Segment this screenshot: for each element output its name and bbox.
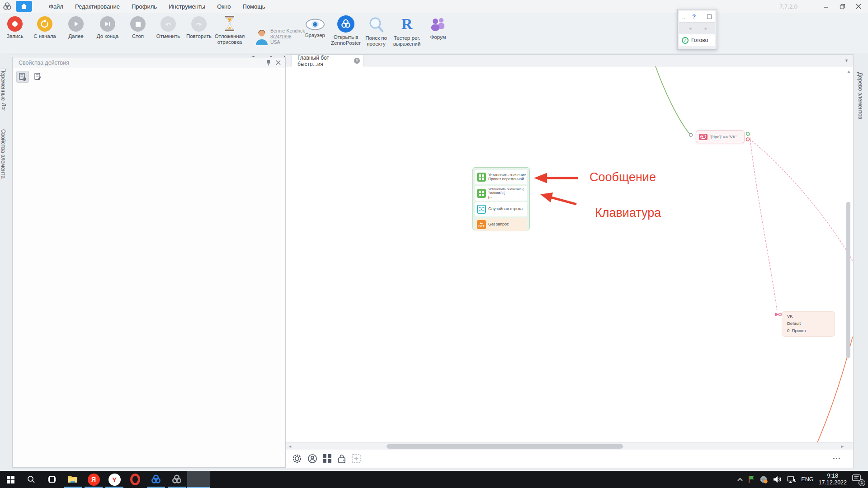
close-button[interactable]: [852, 1, 865, 12]
tab-main-bot[interactable]: Главный бот быстр...ия ✕: [292, 55, 364, 66]
yandex-browser-icon[interactable]: Y: [104, 471, 125, 488]
restore-button[interactable]: [835, 1, 849, 12]
chevron-down-icon[interactable]: ▼: [844, 58, 849, 63]
flag-icon[interactable]: [748, 475, 755, 483]
annotation-message: Сообщение: [590, 170, 656, 184]
panel-close-icon[interactable]: [276, 60, 281, 65]
fit-selection-icon[interactable]: [352, 454, 361, 463]
zennoposter-blue-icon[interactable]: [146, 471, 166, 488]
mini-panel-status-row: ✓ Готово: [679, 34, 715, 46]
left-dock-strip: Переменные Лог Свойства элемента: [0, 53, 12, 471]
right-dock-strip: Дерево элементов: [854, 53, 868, 471]
action-properties-panel: Свойства действия: [12, 57, 286, 468]
profile-avatar[interactable]: [253, 28, 270, 45]
windows-taskbar: Я Y ENG 9:18 17.12.2022 1: [0, 471, 868, 488]
menu-tools[interactable]: Инструменты: [163, 3, 211, 10]
branch-line: 0: Привет: [787, 328, 835, 333]
condition-node[interactable]: '{tipe}' == 'VK': [696, 131, 744, 143]
more-options-icon[interactable]: [833, 458, 840, 459]
projectmaker-gray-icon[interactable]: [166, 471, 187, 488]
hourglass-icon: [224, 15, 236, 32]
horizontal-scrollbar-track[interactable]: ◄ ►: [286, 442, 853, 450]
pin-icon[interactable]: [266, 60, 271, 66]
branch-line: Default: [787, 321, 835, 326]
forum-people-icon: [429, 16, 447, 33]
search-icon: [368, 16, 384, 33]
action-edit-doc-icon[interactable]: [32, 71, 44, 83]
yandex-icon[interactable]: Я: [83, 471, 104, 488]
menu-profile[interactable]: Профиль: [126, 3, 163, 10]
scroll-up-icon[interactable]: ▲: [847, 69, 851, 74]
start-button[interactable]: [0, 471, 21, 488]
undo-icon: [160, 16, 176, 32]
if-icon: [699, 134, 708, 140]
action-center-icon[interactable]: 1: [852, 474, 863, 485]
tray-chevron-icon[interactable]: [737, 478, 743, 482]
scroll-left-icon[interactable]: ◄: [288, 444, 292, 449]
dice-icon: [477, 205, 486, 214]
condition-expression: '{tipe}' == 'VK': [710, 134, 736, 139]
scroll-right-icon[interactable]: ►: [840, 444, 844, 449]
menu-file[interactable]: Файл: [43, 3, 69, 10]
zennoposter-logo-icon: [2, 1, 12, 11]
flow-canvas[interactable]: '{tipe}' == 'VK' Установить значение При…: [286, 66, 853, 468]
horizontal-scrollbar-thumb[interactable]: [387, 444, 623, 449]
forum-button[interactable]: Форум: [416, 15, 460, 40]
action-get-request[interactable]: GET Get запрос: [475, 218, 527, 231]
app-version: 7.7.2.0: [779, 3, 797, 10]
volume-icon[interactable]: [773, 475, 782, 483]
panel-title: Свойства действия: [19, 60, 69, 66]
action-random-string[interactable]: Случайная строка: [475, 202, 527, 216]
time: 9:18: [818, 473, 847, 479]
ready-status: Готово: [691, 37, 708, 43]
settings-gear-icon[interactable]: [292, 454, 302, 464]
stop-icon: [130, 16, 146, 32]
file-explorer-icon[interactable]: [62, 471, 83, 488]
check-circle-icon: ✓: [682, 37, 689, 44]
clock[interactable]: 9:18 17.12.2022: [818, 473, 847, 486]
forward-arrow-icon[interactable]: ►: [704, 26, 708, 31]
canvas-statusbar: [286, 450, 853, 468]
document-tabbar: Главный бот быстр...ия ✕ ▼: [286, 55, 853, 66]
vk-branch-node[interactable]: VK Default 0: Привет: [782, 312, 835, 336]
tab-element-tree[interactable]: Дерево элементов: [857, 72, 863, 122]
tab-variables[interactable]: Переменные: [0, 68, 6, 101]
eye-icon: [305, 18, 325, 31]
menu-window[interactable]: Окно: [211, 3, 236, 10]
mini-panel-top-row: .. ?: [679, 11, 715, 23]
more-icon[interactable]: ..: [682, 14, 686, 19]
opera-icon[interactable]: [125, 471, 146, 488]
back-arrow-icon[interactable]: ◄: [688, 26, 692, 31]
deferred-render-button[interactable]: Отложенная отрисовка: [208, 15, 251, 45]
titlebar: Файл Редактирование Профиль Инструменты …: [0, 0, 868, 13]
blocks-grid-icon[interactable]: [323, 454, 332, 463]
language-indicator[interactable]: ENG: [801, 476, 813, 483]
date: 17.12.2022: [818, 479, 847, 486]
notification-badge: 1: [859, 479, 865, 486]
task-view-icon[interactable]: [42, 471, 62, 488]
network-icon[interactable]: [787, 476, 796, 483]
active-window-button[interactable]: [187, 471, 210, 488]
record-icon: [7, 16, 23, 32]
vertical-scrollbar[interactable]: [846, 202, 850, 358]
menu-bar: Файл Редактирование Профиль Инструменты …: [43, 3, 271, 10]
tab-log[interactable]: Лог: [0, 103, 7, 112]
lock-icon[interactable]: [337, 454, 346, 464]
action-set-value[interactable]: Установить значение Привет переменной: [475, 170, 527, 184]
tab-element-properties[interactable]: Свойства элемента: [0, 129, 6, 175]
home-button[interactable]: [16, 1, 32, 12]
minimize-button[interactable]: [819, 1, 833, 12]
action-settings-doc-icon[interactable]: [16, 71, 29, 83]
menu-edit[interactable]: Редактирование: [69, 3, 126, 10]
maximize-icon[interactable]: [707, 14, 712, 19]
action-set-value-json[interactable]: Установить значение { "buttons": [ [...: [475, 186, 527, 201]
table-grid-icon: [477, 173, 486, 182]
tab-close-icon[interactable]: ✕: [354, 58, 360, 64]
user-circle-icon[interactable]: [307, 454, 317, 464]
menu-help[interactable]: Помощь: [236, 3, 271, 10]
taskbar-search-icon[interactable]: [21, 471, 42, 488]
skip-to-end-icon: [100, 16, 115, 32]
action-group-node[interactable]: Установить значение Привет переменной Ус…: [472, 167, 530, 230]
help-icon[interactable]: ?: [692, 13, 696, 20]
globe-icon[interactable]: [760, 475, 768, 484]
